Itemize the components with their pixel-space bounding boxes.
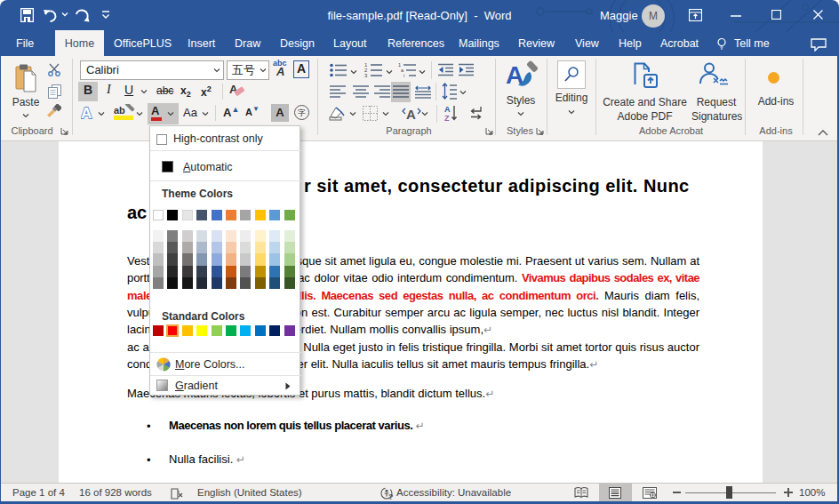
svg-text:A: A <box>81 105 92 120</box>
svg-text:?: ? <box>388 492 394 500</box>
svg-text:ab: ab <box>114 105 125 116</box>
svg-text:A: A <box>406 107 416 121</box>
svg-text:Z: Z <box>444 114 450 122</box>
svg-text:3: 3 <box>364 73 368 78</box>
svg-text:A: A <box>444 105 451 114</box>
svg-text:i: i <box>404 73 404 78</box>
